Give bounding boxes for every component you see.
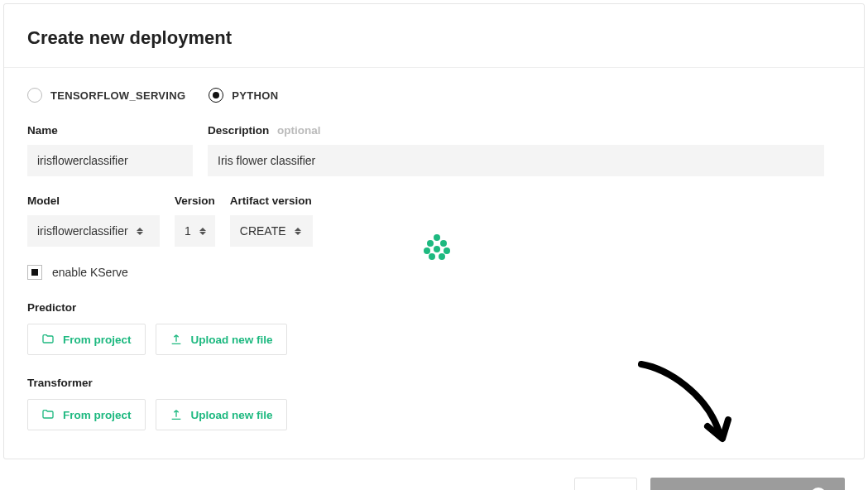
model-select[interactable]: irisflowerclassifier <box>27 215 160 247</box>
back-button[interactable]: Back <box>574 478 636 490</box>
predictor-from-project-button[interactable]: From project <box>27 324 146 355</box>
folder-icon <box>41 408 55 421</box>
name-input[interactable] <box>27 145 193 176</box>
predictor-upload-button[interactable]: Upload new file <box>156 324 287 355</box>
panel-header: Create new deployment <box>4 4 864 68</box>
artifact-version-field-group: Artifact version CREATE <box>230 195 313 247</box>
enable-kserve-checkbox[interactable] <box>27 265 42 280</box>
model-version-row: Model irisflowerclassifier Version 1 Art… <box>27 195 841 247</box>
name-field-group: Name <box>27 124 193 176</box>
name-description-row: Name Description optional <box>27 124 841 176</box>
radio-label: TENSORFLOW_SERVING <box>50 89 185 102</box>
panel-body: TENSORFLOW_SERVING PYTHON Name Descripti… <box>4 68 864 459</box>
radio-icon <box>209 88 223 103</box>
folder-icon <box>41 333 55 346</box>
version-select[interactable]: 1 <box>175 215 215 247</box>
serving-type-radio-group: TENSORFLOW_SERVING PYTHON <box>27 88 841 103</box>
transformer-buttons: From project Upload new file <box>27 399 841 430</box>
description-field-group: Description optional <box>208 124 841 176</box>
description-label: Description optional <box>208 124 841 137</box>
model-label: Model <box>27 195 160 207</box>
optional-hint: optional <box>277 124 321 137</box>
name-label: Name <box>27 124 193 137</box>
predictor-label: Predictor <box>27 301 841 314</box>
select-caret-icon <box>199 228 206 235</box>
page-title: Create new deployment <box>27 27 841 49</box>
model-field-group: Model irisflowerclassifier <box>27 195 160 247</box>
version-field-group: Version 1 <box>175 195 215 247</box>
radio-label: PYTHON <box>232 89 278 102</box>
button-label: From project <box>63 334 132 346</box>
transformer-from-project-button[interactable]: From project <box>27 399 146 430</box>
transformer-upload-button[interactable]: Upload new file <box>156 399 287 430</box>
description-label-text: Description <box>208 124 269 137</box>
transformer-label: Transformer <box>27 377 841 389</box>
button-label: Upload new file <box>191 334 273 346</box>
radio-python[interactable]: PYTHON <box>209 88 278 103</box>
version-selected-value: 1 <box>185 224 191 238</box>
description-input[interactable] <box>208 145 824 176</box>
checkbox-checked-icon <box>31 269 38 276</box>
artifact-version-selected-value: CREATE <box>240 224 286 238</box>
create-deployment-panel: Create new deployment TENSORFLOW_SERVING… <box>3 3 865 459</box>
enable-kserve-label: enable KServe <box>52 266 128 279</box>
predictor-buttons: From project Upload new file <box>27 324 841 355</box>
select-caret-icon <box>295 228 301 235</box>
upload-icon <box>170 333 183 346</box>
button-label: From project <box>63 409 132 421</box>
model-selected-value: irisflowerclassifier <box>37 224 128 238</box>
artifact-version-label: Artifact version <box>230 195 313 207</box>
select-caret-icon <box>137 228 143 235</box>
radio-tensorflow-serving[interactable]: TENSORFLOW_SERVING <box>27 88 185 103</box>
artifact-version-select[interactable]: CREATE <box>230 215 313 247</box>
version-label: Version <box>175 195 215 207</box>
enable-kserve-row: enable KServe <box>27 265 841 280</box>
radio-icon <box>27 88 42 103</box>
upload-icon <box>170 408 183 421</box>
create-deployment-button[interactable]: Create new deployment <box>650 478 845 490</box>
footer-actions: Back Create new deployment <box>0 463 868 490</box>
button-label: Upload new file <box>191 409 273 421</box>
